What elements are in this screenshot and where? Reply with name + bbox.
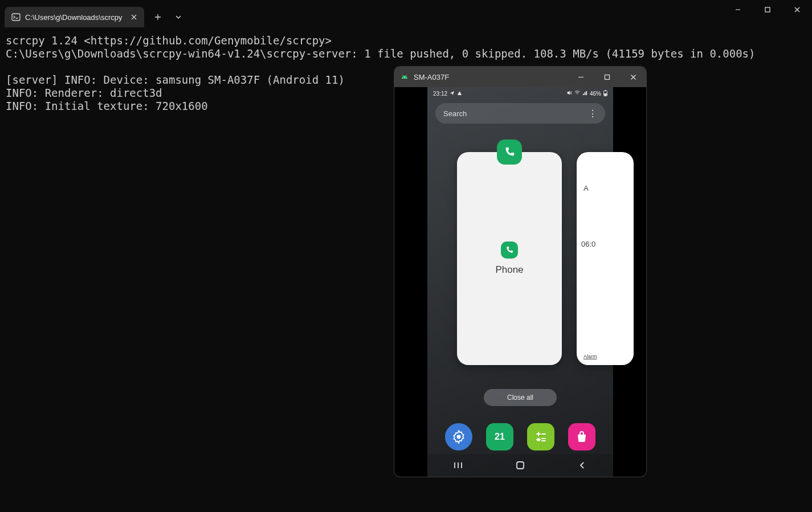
side-card-alarm-label: Alarm xyxy=(584,354,597,359)
nav-home-button[interactable] xyxy=(509,460,532,470)
terminal-line: scrcpy 1.24 <https://github.com/Genymobi… xyxy=(6,34,332,47)
terminal-icon xyxy=(11,13,21,22)
terminal-line: INFO: Renderer: direct3d xyxy=(6,87,162,99)
terminal-line: C:\Users\g\Downloads\scrcpy-win64-v1.24\… xyxy=(6,47,755,60)
recents-card-clock[interactable]: A 06:0 Alarm xyxy=(577,152,634,365)
status-time: 23:12 xyxy=(433,91,447,97)
maximize-button[interactable] xyxy=(753,0,782,19)
side-card-time: 06:0 xyxy=(581,240,595,248)
svg-point-2 xyxy=(403,77,403,77)
scrcpy-close-button[interactable] xyxy=(620,67,646,87)
mute-icon xyxy=(566,90,572,97)
nav-back-button[interactable] xyxy=(571,461,594,469)
svg-point-3 xyxy=(406,77,406,77)
title-bar[interactable]: C:\Users\g\Downloads\scrcpy xyxy=(0,0,812,27)
close-all-button[interactable]: Close all xyxy=(484,389,557,406)
phone-app-icon xyxy=(501,241,518,259)
scrcpy-title: SM-A037F xyxy=(414,73,449,81)
tab-title: C:\Users\g\Downloads\scrcpy xyxy=(25,13,123,22)
recents-card-phone[interactable]: Phone xyxy=(457,152,562,365)
new-tab-button[interactable] xyxy=(148,7,168,27)
wifi-icon xyxy=(574,90,580,97)
nav-recents-button[interactable] xyxy=(447,461,470,469)
status-warning-icon xyxy=(457,91,462,97)
status-bar: 23:12 xyxy=(427,87,613,100)
recents-search[interactable]: Search ⋮ xyxy=(435,103,605,124)
dock: 21 xyxy=(427,423,613,450)
svg-rect-1 xyxy=(765,7,770,12)
terminal-line: INFO: Initial texture: 720x1600 xyxy=(6,100,208,112)
battery-text: 46% xyxy=(590,91,601,97)
battery-icon xyxy=(603,90,607,97)
search-placeholder: Search xyxy=(443,109,467,118)
dock-store-icon[interactable] xyxy=(568,423,595,450)
scrcpy-window[interactable]: SM-A037F 23:12 xyxy=(394,67,646,477)
tab-dropdown-button[interactable] xyxy=(168,7,189,27)
svg-rect-9 xyxy=(517,462,524,469)
svg-rect-4 xyxy=(605,75,609,79)
recents-area[interactable]: Phone A 06:0 Alarm xyxy=(427,138,613,383)
dock-settings-icon[interactable] xyxy=(445,423,472,450)
minimize-button[interactable] xyxy=(723,0,753,19)
phone-screen[interactable]: 23:12 xyxy=(427,87,613,477)
close-button[interactable] xyxy=(782,0,812,19)
svg-rect-6 xyxy=(605,90,606,91)
dock-calendar-icon[interactable]: 21 xyxy=(486,423,513,450)
terminal-host-window: C:\Users\g\Downloads\scrcpy scrcpy 1.24 … xyxy=(0,0,812,512)
status-send-icon xyxy=(450,91,455,97)
svg-rect-7 xyxy=(604,93,606,96)
terminal-line: [server] INFO: Device: samsung SM-A037F … xyxy=(6,73,345,86)
scrcpy-maximize-button[interactable] xyxy=(594,67,620,87)
side-card-letter: A xyxy=(584,184,589,192)
signal-icon xyxy=(582,91,587,97)
svg-rect-0 xyxy=(12,14,20,21)
scrcpy-minimize-button[interactable] xyxy=(568,67,594,87)
svg-point-8 xyxy=(457,435,461,439)
calendar-day: 21 xyxy=(495,432,505,442)
dock-calculator-icon[interactable] xyxy=(527,423,554,450)
close-all-label: Close all xyxy=(507,394,533,402)
app-chip-phone-icon[interactable] xyxy=(497,140,522,165)
window-controls xyxy=(723,0,812,19)
android-nav-bar xyxy=(427,454,613,477)
recents-card-label: Phone xyxy=(495,264,523,276)
android-icon xyxy=(400,72,409,81)
scrcpy-window-controls xyxy=(568,67,646,87)
scrcpy-title-bar[interactable]: SM-A037F xyxy=(394,67,646,87)
more-options-icon[interactable]: ⋮ xyxy=(588,108,597,119)
terminal-tab[interactable]: C:\Users\g\Downloads\scrcpy xyxy=(5,7,144,27)
tab-close-button[interactable] xyxy=(129,13,138,22)
